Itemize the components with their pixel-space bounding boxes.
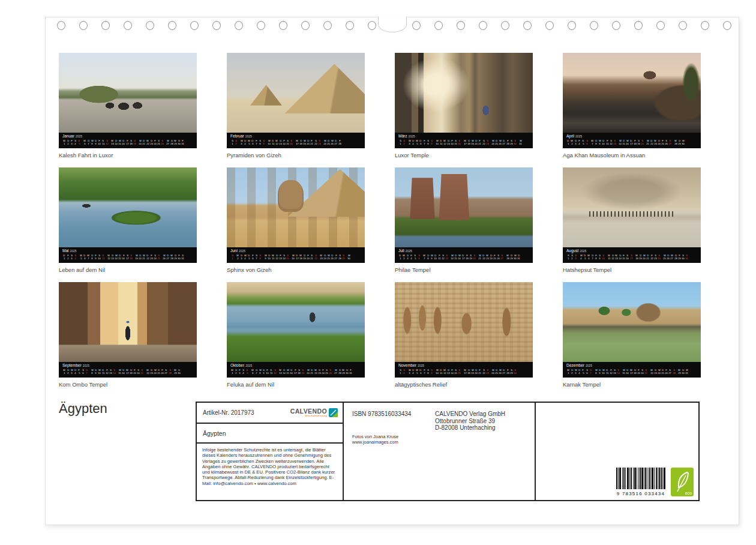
legal-text: Infolge bestehender Schutzrechte ist es …	[202, 447, 337, 486]
binding-hole	[57, 21, 65, 30]
binding-hole	[723, 21, 731, 30]
eco-logo: eco	[671, 468, 694, 496]
month-thumbnails-grid: Januar2025 M1D2F3S4S5M6D7M8D9F10S11S12M1…	[59, 53, 701, 388]
binding-hole	[257, 21, 265, 30]
month-caption: Kom Ombo Tempel	[59, 381, 197, 388]
binding-hole	[301, 21, 310, 30]
month-thumbnail: Mai2025 D1F2S3S4M5D6M7D8F9S10S11M12D13M1…	[59, 167, 197, 273]
mini-calendar-month-label: Februar2025	[230, 134, 361, 139]
month-photo-7	[395, 167, 533, 247]
publisher-street: Ottobrunner Straße 39	[435, 418, 495, 424]
info-box-middle-column: ISBN 9783516033434 CALVENDO Verlag GmbH …	[344, 403, 536, 500]
month-caption: Luxor Temple	[395, 152, 533, 158]
month-thumbnail: August2025 F1S2S3M4D5M6D7F8S9S10M11D12M1…	[563, 167, 701, 273]
artikel-row: Artikel-Nr. 2017973 CALVENDO Mein Kalend…	[197, 403, 343, 423]
month-photo-4	[563, 53, 701, 133]
mini-calendar-strip: August2025 F1S2S3M4D5M6D7F8S9S10M11D12M1…	[563, 247, 701, 263]
publisher-city: D-82008 Unterhaching	[435, 424, 496, 431]
month-thumbnail: Juli2025 D1M2D3F4S5S6M7D8M9D10F11S12S13M…	[395, 167, 533, 273]
month-thumbnail: Juni2025 S1M2D3M4D5F6S7S8M9D10M11D12F13S…	[227, 167, 365, 273]
binding-hole	[279, 21, 287, 30]
binding-hole	[479, 21, 487, 30]
binding-hole	[346, 21, 354, 30]
calvendo-logo: CALVENDO Mein Kalenderverlag	[290, 408, 338, 417]
mini-calendar-days: M1D2F3S4S5M6D7M8D9F10S11S12M13D14M15D16F…	[62, 139, 193, 145]
mini-calendar-strip: Mai2025 D1F2S3S4M5D6M7D8F9S10S11M12D13M1…	[59, 247, 197, 263]
publisher-address: CALVENDO Verlag GmbH Ottobrunner Straße …	[435, 411, 505, 432]
month-thumbnail: September2025 M1D2M3D4F5S6S7M8D9M10D11F1…	[59, 282, 197, 388]
binding-hole	[79, 21, 88, 30]
month-caption: Aga Khan Mausoleum in Assuan	[563, 152, 701, 158]
mini-calendar-days: S1S2M3D4M5D6F7S8S9M10D11M12D13F14S15S16M…	[398, 139, 529, 145]
month-caption: Leben auf dem Nil	[59, 266, 197, 273]
barcode-bars-icon	[615, 468, 667, 489]
calvendo-logo-tagline: Mein Kalenderverlag	[305, 414, 327, 417]
page-title: Ägypten	[59, 402, 107, 416]
binding-hole	[679, 21, 687, 30]
month-caption: Kalesh Fahrt in Luxor	[59, 152, 197, 158]
photo-credit-line: Fotos von Joana Kruse	[352, 434, 398, 439]
month-photo-1	[59, 53, 197, 133]
month-thumbnail: Januar2025 M1D2F3S4S5M6D7M8D9F10S11S12M1…	[59, 53, 197, 158]
mini-calendar-days: M1D2M3D4F5S6S7M8D9M10D11F12S13S14M15D16M…	[566, 369, 697, 375]
mini-calendar-days: D1F2S3S4M5D6M7D8F9S10S11M12D13M14D15F16S…	[62, 254, 193, 260]
binding-hole	[590, 21, 598, 30]
artikel-number: Artikel-Nr. 2017973	[203, 409, 254, 416]
mini-calendar-days: D1M2D3F4S5S6M7D8M9D10F11S12S13M14D15M16D…	[566, 139, 697, 145]
binding-hole	[323, 21, 332, 30]
mini-calendar-strip: Juli2025 D1M2D3F4S5S6M7D8M9D10F11S12S13M…	[395, 247, 533, 263]
mini-calendar-days: S1M2D3M4D5F6S7S8M9D10M11D12F13S14S15M16D…	[230, 254, 361, 260]
month-thumbnail: Februar2025 S1S2M3D4M5D6F7S8S9M10D11M12D…	[227, 53, 365, 158]
month-photo-6	[227, 167, 365, 247]
month-thumbnail: März2025 S1S2M3D4M5D6F7S8S9M10D11M12D13F…	[395, 53, 533, 158]
binding-hole	[612, 21, 620, 30]
isbn-number: ISBN 9783516033434	[352, 411, 411, 417]
mini-calendar-month-label: April2025	[566, 134, 697, 139]
mini-calendar-strip: Januar2025 M1D2F3S4S5M6D7M8D9F10S11S12M1…	[59, 133, 197, 148]
calendar-back-page: Januar2025 M1D2F3S4S5M6D7M8D9F10S11S12M1…	[45, 17, 739, 525]
binding-hole	[523, 21, 532, 30]
month-photo-5	[59, 167, 197, 247]
month-thumbnail: November2025 S1S2M3D4M5D6F7S8S9M10D11M12…	[395, 282, 533, 388]
mini-calendar-month-label: Juni2025	[230, 248, 361, 253]
month-photo-9	[59, 282, 197, 362]
binding-hole	[434, 21, 443, 30]
info-box-right-column: 9 783516 033434 eco	[536, 403, 698, 500]
mini-calendar-strip: Februar2025 S1S2M3D4M5D6F7S8S9M10D11M12D…	[227, 133, 365, 148]
mini-calendar-days: D1M2D3F4S5S6M7D8M9D10F11S12S13M14D15M16D…	[398, 254, 529, 260]
month-caption: Karnak Tempel	[563, 381, 701, 388]
binding-hole	[501, 21, 509, 30]
binding-hole	[457, 21, 465, 30]
month-thumbnail: April2025 D1M2D3F4S5S6M7D8M9D10F11S12S13…	[563, 53, 701, 158]
binding-hole	[545, 21, 554, 30]
binding-hole	[656, 21, 665, 30]
month-photo-3	[395, 53, 533, 133]
mini-calendar-days: F1S2S3M4D5M6D7F8S9S10M11D12M13D14F15S16S…	[566, 254, 697, 260]
legal-text-row: Infolge bestehender Schutzrechte ist es …	[197, 442, 343, 500]
month-caption: Hatshepsut Tempel	[563, 266, 701, 273]
month-photo-10	[227, 282, 365, 362]
mini-calendar-days: M1D2M3D4F5S6S7M8D9M10D11F12S13S14M15D16M…	[62, 369, 193, 375]
info-box-left-column: Artikel-Nr. 2017973 CALVENDO Mein Kalend…	[197, 403, 344, 500]
binding-hole	[701, 21, 709, 30]
mini-calendar-month-label: Oktober2025	[230, 363, 361, 368]
mini-calendar-strip: September2025 M1D2M3D4F5S6S7M8D9M10D11F1…	[59, 362, 197, 378]
mini-calendar-strip: Oktober2025 M1D2F3S4S5M6D7M8D9F10S11S12M…	[227, 362, 365, 378]
binding-hole	[634, 21, 643, 30]
mini-calendar-month-label: Januar2025	[62, 134, 193, 139]
binding-hole	[168, 21, 176, 30]
photo-credit: Fotos von Joana Kruse www.joanaimages.co…	[352, 434, 398, 445]
month-photo-11	[395, 282, 533, 362]
month-photo-12	[563, 282, 701, 362]
month-caption: Sphinx von Gizeh	[227, 266, 365, 273]
month-thumbnail: Dezember2025 M1D2M3D4F5S6S7M8D9M10D11F12…	[563, 282, 701, 388]
month-caption: Pyramiden von Gizeh	[227, 152, 365, 158]
mini-calendar-days: S1S2M3D4M5D6F7S8S9M10D11M12D13F14S15S16M…	[398, 369, 529, 375]
mini-calendar-month-label: März2025	[398, 134, 529, 139]
month-caption: Feluka auf dem Nil	[227, 381, 365, 388]
series-title-row: Ägypten	[197, 423, 343, 442]
mini-calendar-month-label: Juli2025	[398, 248, 529, 253]
month-photo-2	[227, 53, 365, 133]
binding-hole	[568, 21, 576, 30]
mini-calendar-strip: April2025 D1M2D3F4S5S6M7D8M9D10F11S12S13…	[563, 133, 701, 148]
